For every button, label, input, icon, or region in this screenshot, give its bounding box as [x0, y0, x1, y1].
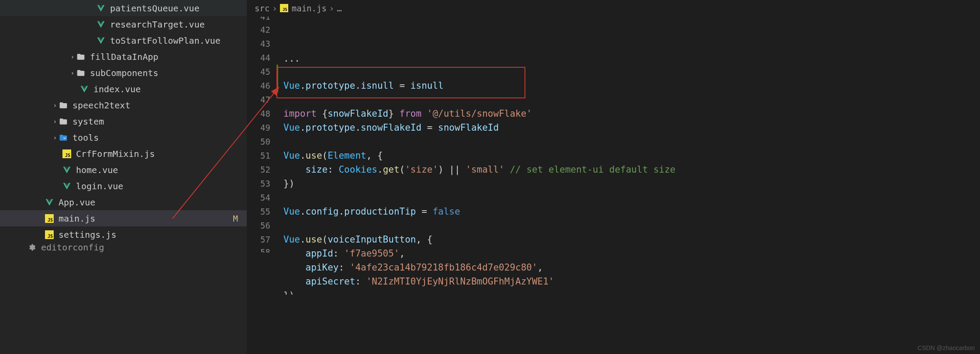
vue-icon: [96, 20, 106, 29]
tree-item-system[interactable]: ›system: [0, 113, 247, 129]
line-number: 55: [247, 205, 270, 219]
line-number: 42: [247, 23, 270, 37]
code-line[interactable]: [283, 135, 980, 149]
code-line[interactable]: [283, 219, 980, 233]
line-number: 48: [247, 107, 270, 121]
code-line[interactable]: }): [283, 288, 980, 295]
breadcrumb-folder[interactable]: src: [255, 3, 269, 13]
tree-item-researchtarget-vue[interactable]: researchTarget.vue: [0, 16, 247, 32]
tree-item-tostartfollowplan-vue[interactable]: toStartFollowPlan.vue: [0, 32, 247, 49]
code-line[interactable]: Vue.prototype.snowFlakeId = snowFlakeId: [283, 121, 980, 135]
tree-item-tools[interactable]: ›tools: [0, 129, 247, 146]
tree-item-filldatainapp[interactable]: ›fillDataInApp: [0, 49, 247, 65]
code-line[interactable]: Vue.config.productionTip = false: [283, 205, 980, 219]
breadcrumb-trail[interactable]: …: [337, 3, 342, 13]
tree-item-subcomponents[interactable]: ›subComponents: [0, 65, 247, 81]
code-line[interactable]: }): [283, 177, 980, 191]
folder-icon: [76, 68, 86, 78]
tree-item-speech2text[interactable]: ›speech2text: [0, 97, 247, 113]
chevron-right-icon: ›: [52, 102, 59, 109]
line-gutter: 414243444546474849505152535455565758: [247, 17, 278, 354]
code-content[interactable]: ...Vue.prototype.isnull = isnullimport {…: [278, 17, 980, 354]
line-number: 54: [247, 191, 270, 205]
file-tree: patientsQueue.vueresearchTarget.vuetoSta…: [0, 0, 247, 354]
tree-item-label: speech2text: [72, 100, 247, 111]
code-line[interactable]: appId: 'f7ae9505',: [283, 246, 980, 260]
tree-item-app-vue[interactable]: App.vue: [0, 194, 247, 210]
code-line[interactable]: [283, 191, 980, 205]
line-number: 47: [247, 93, 270, 107]
tree-item-label: toStartFollowPlan.vue: [110, 35, 247, 46]
tree-item-main-js[interactable]: JSmain.jsM: [0, 210, 247, 226]
tree-item-label: App.vue: [59, 197, 247, 208]
line-number: 43: [247, 37, 270, 51]
line-number: 57: [247, 233, 270, 246]
tree-item-label: editorconfig: [41, 243, 247, 252]
tree-item-crfformmixin-js[interactable]: JSCrfFormMixin.js: [0, 146, 247, 162]
tree-item-home-vue[interactable]: home.vue: [0, 162, 247, 178]
modified-badge: M: [233, 214, 238, 223]
watermark: CSDN @zhaocarbon: [918, 344, 975, 351]
code-line[interactable]: Vue.use(voiceInputButton, {: [283, 233, 980, 246]
folder-icon: [59, 101, 68, 110]
tree-item-label: index.vue: [93, 84, 247, 94]
tree-item-label: login.vue: [76, 181, 247, 191]
vue-icon: [62, 181, 72, 191]
line-number: 45: [247, 65, 270, 79]
breadcrumb-separator: ›: [329, 3, 334, 13]
tree-item-label: researchTarget.vue: [110, 19, 247, 30]
folder-icon: [59, 117, 68, 126]
breadcrumb[interactable]: src › JS main.js › …: [247, 0, 980, 17]
code-line[interactable]: Vue.prototype.isnull = isnull: [283, 79, 980, 93]
code-line[interactable]: [283, 65, 980, 79]
code-line[interactable]: size: Cookies.get('size') || 'small' // …: [283, 163, 980, 177]
tree-item-label: subComponents: [90, 68, 247, 78]
tree-item-label: system: [72, 116, 247, 127]
chevron-right-icon: ›: [69, 69, 76, 76]
vue-icon: [45, 198, 54, 207]
gear-icon: [27, 243, 37, 252]
file-explorer-sidebar: patientsQueue.vueresearchTarget.vuetoSta…: [0, 0, 247, 354]
js-icon: JS: [45, 230, 54, 239]
editor-pane: src › JS main.js › … 4142434445464748495…: [247, 0, 980, 354]
breadcrumb-file[interactable]: main.js: [292, 3, 327, 13]
js-icon: JS: [45, 214, 54, 223]
folder-icon: [76, 52, 86, 62]
line-number: 44: [247, 51, 270, 65]
line-number: 41: [247, 17, 270, 23]
code-area[interactable]: 414243444546474849505152535455565758 ...…: [247, 17, 980, 354]
tree-item-label: settings.js: [59, 229, 247, 240]
line-number: 49: [247, 121, 270, 135]
tree-item-label: home.vue: [76, 165, 247, 175]
chevron-right-icon: ›: [52, 118, 59, 125]
code-line[interactable]: ...: [283, 59, 980, 65]
line-number: 52: [247, 163, 270, 177]
code-line[interactable]: [283, 93, 980, 107]
tree-item-settings-js[interactable]: JSsettings.js: [0, 226, 247, 243]
tools-folder-icon: [59, 133, 68, 142]
js-icon: JS: [62, 149, 72, 159]
code-line[interactable]: apiSecret: 'N2IzMTI0YjEyNjRlNzBmOGFhMjAz…: [283, 274, 980, 288]
tree-item-label: fillDataInApp: [90, 52, 247, 62]
code-line[interactable]: import {snowFlakeId} from '@/utils/snowF…: [283, 107, 980, 121]
line-number: 58: [247, 246, 270, 253]
code-line[interactable]: Vue.use(Element, {: [283, 149, 980, 163]
tree-item-patientsqueue-vue[interactable]: patientsQueue.vue: [0, 0, 247, 16]
tree-item-editorconfig[interactable]: editorconfig: [0, 243, 247, 252]
tree-item-label: tools: [72, 132, 247, 143]
vue-icon: [62, 165, 72, 175]
code-line[interactable]: apiKey: '4afe23ca14b79218fb186c4d7e029c8…: [283, 260, 980, 274]
line-number: 56: [247, 219, 270, 233]
chevron-right-icon: ›: [52, 134, 59, 141]
line-number: 46: [247, 79, 270, 93]
tree-item-login-vue[interactable]: login.vue: [0, 178, 247, 194]
tree-item-label: CrfFormMixin.js: [76, 149, 247, 159]
vue-icon: [96, 36, 106, 45]
vue-icon: [96, 3, 106, 13]
tree-item-label: main.js: [59, 213, 233, 224]
line-number: 51: [247, 149, 270, 163]
line-number: 53: [247, 177, 270, 191]
tree-item-index-vue[interactable]: index.vue: [0, 81, 247, 97]
breadcrumb-separator: ›: [272, 3, 277, 13]
js-icon: JS: [280, 4, 288, 12]
